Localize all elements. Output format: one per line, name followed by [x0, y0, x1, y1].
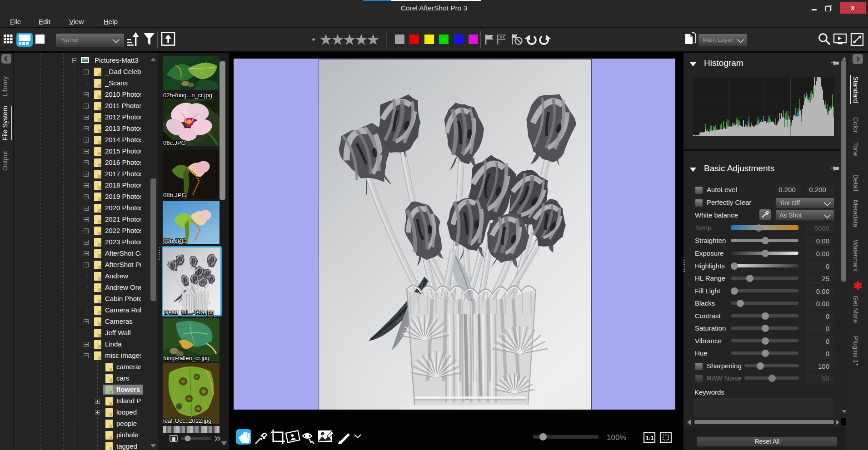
svg-text:100%: 100%	[607, 433, 626, 442]
svg-text:1:1: 1:1	[646, 435, 654, 441]
